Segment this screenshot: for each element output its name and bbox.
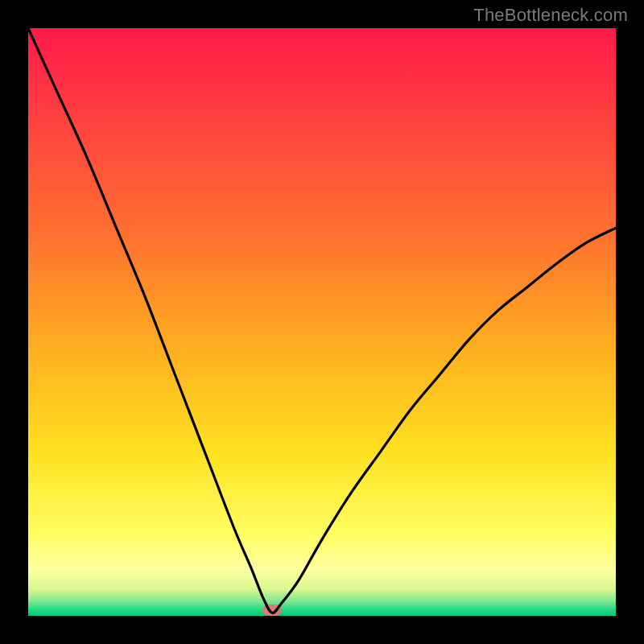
curve-path <box>28 28 616 613</box>
plot-area <box>28 28 616 616</box>
chart-frame: TheBottleneck.com <box>0 0 644 644</box>
watermark-text: TheBottleneck.com <box>473 5 628 26</box>
bottleneck-curve <box>28 28 616 616</box>
